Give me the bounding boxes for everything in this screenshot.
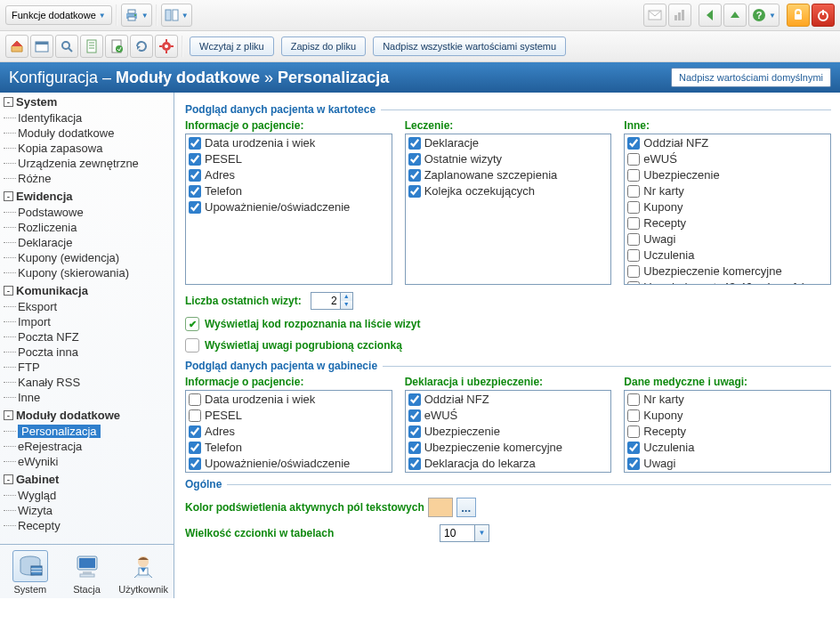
- list-item[interactable]: Nr karty: [626, 183, 829, 199]
- collapse-icon[interactable]: -: [4, 97, 13, 107]
- checkbox[interactable]: [189, 409, 201, 422]
- checkbox[interactable]: [189, 425, 201, 438]
- list-item[interactable]: Data urodzenia i wiek: [187, 135, 391, 151]
- list-item[interactable]: Zaplanowane szczepienia: [626, 472, 829, 473]
- sidebar-tab-system[interactable]: System: [2, 550, 59, 595]
- list-item[interactable]: Uczulenia: [626, 247, 829, 263]
- list-item[interactable]: Data urodzenia i wiek: [187, 392, 391, 408]
- checkbox[interactable]: [189, 442, 201, 454]
- tree-leaf[interactable]: Deklaracje: [0, 236, 174, 249]
- checkbox[interactable]: [627, 265, 640, 278]
- tree-leaf[interactable]: Urządzenia zewnętrzne: [0, 157, 174, 170]
- tree-branch[interactable]: -System: [0, 95, 174, 109]
- list-item[interactable]: Kolejka oczekujących: [407, 183, 610, 199]
- back-button[interactable]: [699, 4, 722, 27]
- tree-leaf[interactable]: Podstawowe: [0, 206, 174, 219]
- checkbox[interactable]: [627, 185, 640, 198]
- list-item[interactable]: Deklaracje: [407, 135, 610, 151]
- list-item[interactable]: Ubezpieczenie: [407, 424, 610, 440]
- tree-leaf[interactable]: Import: [0, 315, 174, 328]
- tree-leaf[interactable]: Identyfikacja: [0, 111, 174, 125]
- bell-icon-btn[interactable]: [668, 4, 691, 27]
- tree-branch[interactable]: -Moduły dodatkowe: [0, 409, 174, 422]
- list-item[interactable]: Telefon: [187, 183, 391, 199]
- tree-leaf[interactable]: eWyniki: [0, 455, 174, 468]
- checkbox[interactable]: [627, 137, 640, 150]
- list-item[interactable]: Upoważnienie/oświadczenie: [187, 199, 391, 215]
- tree-leaf[interactable]: Recepty: [0, 519, 174, 532]
- list-item[interactable]: Recepty: [626, 424, 829, 440]
- checkbox[interactable]: [408, 409, 421, 422]
- checkbox[interactable]: [627, 393, 640, 406]
- tree-leaf[interactable]: Poczta inna: [0, 345, 174, 359]
- kartoteka-col2-list[interactable]: DeklaracjeOstatnie wizytyZaplanowane szc…: [405, 134, 612, 285]
- collapse-icon[interactable]: -: [4, 410, 13, 420]
- checkbox[interactable]: [408, 393, 421, 406]
- checkbox[interactable]: [189, 393, 201, 406]
- collapse-icon[interactable]: -: [4, 474, 13, 484]
- tree-leaf[interactable]: eRejestracja: [0, 440, 174, 453]
- checkbox[interactable]: [189, 137, 201, 150]
- checkbox[interactable]: [408, 137, 421, 150]
- tree-branch[interactable]: -Gabinet: [0, 473, 174, 486]
- checkbox[interactable]: [189, 185, 201, 198]
- checkbox[interactable]: [627, 458, 640, 470]
- tree-leaf[interactable]: Inne: [0, 391, 174, 404]
- checkbox[interactable]: [627, 409, 640, 422]
- calendar-icon-btn[interactable]: [30, 35, 53, 58]
- tree-leaf[interactable]: Wizyta: [0, 504, 174, 517]
- list-item[interactable]: Oddział NFZ: [407, 392, 610, 408]
- doc-icon-btn[interactable]: [80, 35, 103, 58]
- checkbox[interactable]: [627, 217, 640, 230]
- tree-leaf[interactable]: Moduły dodatkowe: [0, 126, 174, 140]
- checkbox[interactable]: [627, 233, 640, 246]
- tree-leaf[interactable]: Kupony (ewidencja): [0, 251, 174, 264]
- functions-dropdown[interactable]: Funkcje dodatkowe ▼: [5, 5, 112, 25]
- list-item[interactable]: Uwagi: [626, 456, 829, 472]
- checkbox[interactable]: [408, 169, 421, 182]
- refresh-icon-btn[interactable]: [130, 35, 153, 58]
- up-button[interactable]: [723, 4, 747, 27]
- gabinet-col3-list[interactable]: Nr kartyKuponyReceptyUczuleniaUwagiZapla…: [624, 390, 831, 473]
- list-item[interactable]: Kupony: [626, 408, 829, 424]
- overwrite-system-button[interactable]: Nadpisz wszystkie wartościami systemu: [373, 36, 566, 56]
- home-icon-btn[interactable]: [5, 35, 28, 58]
- list-item[interactable]: Uwagi: [626, 231, 829, 247]
- list-item[interactable]: Upr. dod. z art. 43-46 u.ś.o.z.f.ś.p.: [626, 280, 829, 285]
- checkbox[interactable]: [408, 185, 421, 198]
- print-dropdown[interactable]: ▼: [121, 4, 152, 27]
- power-button[interactable]: [812, 4, 835, 27]
- list-item[interactable]: Ubezpieczenie: [626, 167, 829, 183]
- load-from-file-button[interactable]: Wczytaj z pliku: [190, 36, 274, 56]
- list-item[interactable]: Telefon: [187, 440, 391, 456]
- list-item[interactable]: eWUŚ: [626, 151, 829, 167]
- collapse-icon[interactable]: -: [4, 191, 13, 201]
- list-item[interactable]: Ubezpieczenie komercyjne: [626, 263, 829, 280]
- report-icon-btn[interactable]: [105, 35, 128, 58]
- panel-toggle-dropdown[interactable]: ▼: [161, 4, 192, 27]
- tree-leaf[interactable]: Eksport: [0, 300, 174, 313]
- list-item[interactable]: Deklaracja do lekarza: [407, 456, 610, 472]
- spin-up-icon[interactable]: ▲: [341, 293, 352, 301]
- list-item[interactable]: Ubezpieczenie komercyjne: [407, 440, 610, 456]
- overwrite-defaults-button[interactable]: Nadpisz wartościami domyślnymi: [671, 68, 831, 87]
- tree-leaf[interactable]: Poczta NFZ: [0, 330, 174, 344]
- tree-leaf[interactable]: Różne: [0, 172, 174, 185]
- last-visits-input[interactable]: [311, 293, 340, 309]
- checkbox[interactable]: [408, 153, 421, 166]
- checkbox[interactable]: [627, 169, 640, 182]
- tree-branch[interactable]: -Komunikacja: [0, 284, 174, 297]
- spin-down-icon[interactable]: ▼: [341, 301, 352, 309]
- checkbox[interactable]: [627, 153, 640, 166]
- kartoteka-col1-list[interactable]: Data urodzenia i wiekPESELAdresTelefonUp…: [185, 134, 392, 285]
- font-size-input[interactable]: [440, 525, 474, 541]
- checkbox[interactable]: [627, 281, 640, 285]
- checkbox[interactable]: [408, 458, 421, 470]
- list-item[interactable]: Zaplanowane szczepienia: [407, 167, 610, 183]
- show-code-row[interactable]: ✔ Wyświetlaj kod rozpoznania na liście w…: [185, 317, 831, 331]
- checkbox[interactable]: [627, 249, 640, 262]
- checkbox[interactable]: [189, 169, 201, 182]
- list-item[interactable]: PESEL: [187, 151, 391, 167]
- search-icon-btn[interactable]: [55, 35, 78, 58]
- tree-leaf[interactable]: Kopia zapasowa: [0, 142, 174, 155]
